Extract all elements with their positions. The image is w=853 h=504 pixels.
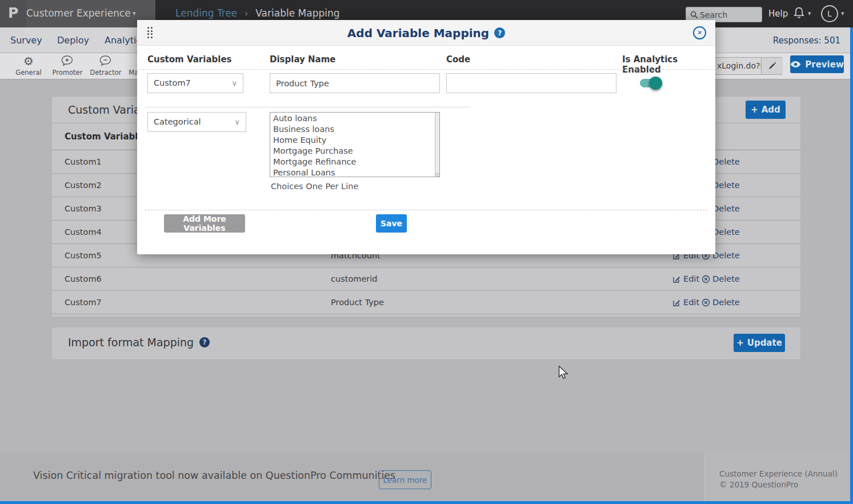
bubble-minus-icon xyxy=(85,55,126,68)
custom-variable-name: Custom6 xyxy=(65,274,102,283)
dashed-divider xyxy=(145,210,707,210)
tab-deploy[interactable]: Deploy xyxy=(57,35,89,46)
product-selector[interactable]: P Customer Experience ▾ xyxy=(0,0,155,27)
footer-message: Vision Critical migration tool now avail… xyxy=(33,470,395,481)
product-caret-icon[interactable]: ▾ xyxy=(133,10,136,17)
code-input[interactable] xyxy=(446,73,616,93)
help-icon[interactable]: ? xyxy=(494,27,505,38)
choices-textarea[interactable] xyxy=(270,112,440,177)
right-accent-bar xyxy=(850,27,853,504)
questionpro-logo-icon: P xyxy=(8,5,18,21)
toolbar-item-general[interactable]: ⚙ General xyxy=(8,55,49,77)
chevron-down-icon: ∨ xyxy=(234,113,240,131)
variable-select[interactable]: Custom7 ∨ xyxy=(147,73,243,93)
product-name: Customer Experience xyxy=(26,7,131,19)
table-row: Custom6 customerid Edit Delete xyxy=(52,267,800,291)
display-name-value: customerid xyxy=(331,274,378,283)
custom-variable-name: Custom5 xyxy=(65,251,102,260)
toolbar-item-detractor[interactable]: Detractor xyxy=(85,55,126,77)
circled-x-icon xyxy=(702,275,710,283)
circled-x-icon xyxy=(702,298,710,307)
add-variable-button[interactable]: +Add xyxy=(746,101,786,119)
save-button[interactable]: Save xyxy=(376,214,407,233)
divider xyxy=(137,69,715,70)
edit-icon xyxy=(672,275,681,283)
footer: Vision Critical migration tool now avail… xyxy=(0,453,853,501)
modal-column-code: Code xyxy=(446,54,470,65)
footer-meta: Customer Experience (Annual) © 2019 Ques… xyxy=(704,453,853,501)
close-icon[interactable]: ✕ xyxy=(693,26,706,39)
modal-column-display-name: Display Name xyxy=(270,54,336,65)
avatar[interactable]: L xyxy=(821,5,838,22)
textarea-scrollbar[interactable] xyxy=(435,113,439,177)
breadcrumb-link[interactable]: Lending Tree xyxy=(175,7,237,19)
column-header-custom-variable: Custom Variable xyxy=(65,131,144,142)
responses-count[interactable]: Responses: 501 xyxy=(773,35,840,46)
learn-more-button[interactable]: Learn more xyxy=(379,470,431,489)
plus-icon: + xyxy=(736,338,744,348)
choices-caption: Choices One Per Line xyxy=(271,182,358,191)
custom-variable-name: Custom2 xyxy=(65,181,102,190)
tab-survey[interactable]: Survey xyxy=(10,35,42,46)
update-button[interactable]: +Update xyxy=(734,334,785,352)
bottom-accent-bar xyxy=(0,501,853,504)
add-more-variables-button[interactable]: Add More Variables xyxy=(164,214,245,233)
resize-grip-icon[interactable] xyxy=(435,173,439,177)
modal-column-custom-variables: Custom Variables xyxy=(147,54,232,65)
delete-link[interactable]: Delete xyxy=(702,274,740,283)
chevron-down-icon: ∨ xyxy=(231,74,237,93)
edit-link[interactable]: Edit xyxy=(672,298,699,307)
mouse-cursor xyxy=(558,366,569,382)
edit-link[interactable]: Edit xyxy=(672,274,699,283)
row-actions: Edit Delete xyxy=(672,298,740,307)
search-icon xyxy=(690,11,698,19)
breadcrumb-separator-icon: › xyxy=(245,9,248,19)
modal-title: Add Variable Mapping xyxy=(347,26,489,40)
edit-url-button[interactable] xyxy=(761,58,783,74)
display-name-input[interactable] xyxy=(270,73,440,93)
custom-variable-name: Custom1 xyxy=(65,157,102,166)
modal-column-analytics: Is Analytics Enabled xyxy=(622,54,715,75)
logo-square[interactable]: P xyxy=(0,0,26,27)
analytics-toggle[interactable] xyxy=(640,79,658,87)
edit-icon xyxy=(672,298,681,307)
plan-name: Customer Experience (Annual) xyxy=(719,469,838,478)
toolbar-item-promoter[interactable]: Promoter xyxy=(47,55,88,77)
card-title: Import format Mapping ? xyxy=(68,336,210,349)
import-format-card: Import format Mapping ? +Update xyxy=(51,327,801,360)
plus-icon: + xyxy=(751,105,758,115)
breadcrumb-current: Variable Mapping xyxy=(255,7,339,19)
custom-variable-name: Custom7 xyxy=(65,298,102,307)
custom-variable-name: Custom3 xyxy=(65,204,102,213)
modal-header: Add Variable Mapping ? ✕ xyxy=(137,20,715,46)
breadcrumb: Lending Tree›Variable Mapping xyxy=(175,7,340,19)
add-variable-mapping-modal: Add Variable Mapping ? ✕ Custom Variable… xyxy=(137,20,715,254)
table-row: Custom7 Product Type Edit Delete xyxy=(52,291,800,314)
help-icon[interactable]: ? xyxy=(199,337,210,347)
divider xyxy=(145,107,470,107)
eye-icon xyxy=(790,61,801,68)
custom-variable-name: Custom4 xyxy=(65,227,102,237)
variable-type-select[interactable]: Categorical ∨ xyxy=(147,112,246,132)
avatar-caret-icon[interactable]: ▾ xyxy=(841,10,844,17)
row-actions: Edit Delete xyxy=(672,274,740,283)
bell-caret-icon[interactable]: ▾ xyxy=(808,10,811,17)
app-root: P Customer Experience ▾ Lending Tree›Var… xyxy=(0,0,853,504)
copyright: © 2019 QuestionPro xyxy=(719,480,798,489)
preview-button[interactable]: Preview xyxy=(790,55,844,73)
display-name-value: Product Type xyxy=(331,298,384,307)
gear-icon: ⚙ xyxy=(8,55,49,68)
help-link[interactable]: Help xyxy=(768,9,788,19)
notifications-bell-icon[interactable] xyxy=(793,6,805,22)
delete-link[interactable]: Delete xyxy=(702,298,740,307)
pencil-icon xyxy=(768,61,777,70)
bubble-plus-icon xyxy=(47,55,88,68)
toggle-knob xyxy=(649,77,662,90)
